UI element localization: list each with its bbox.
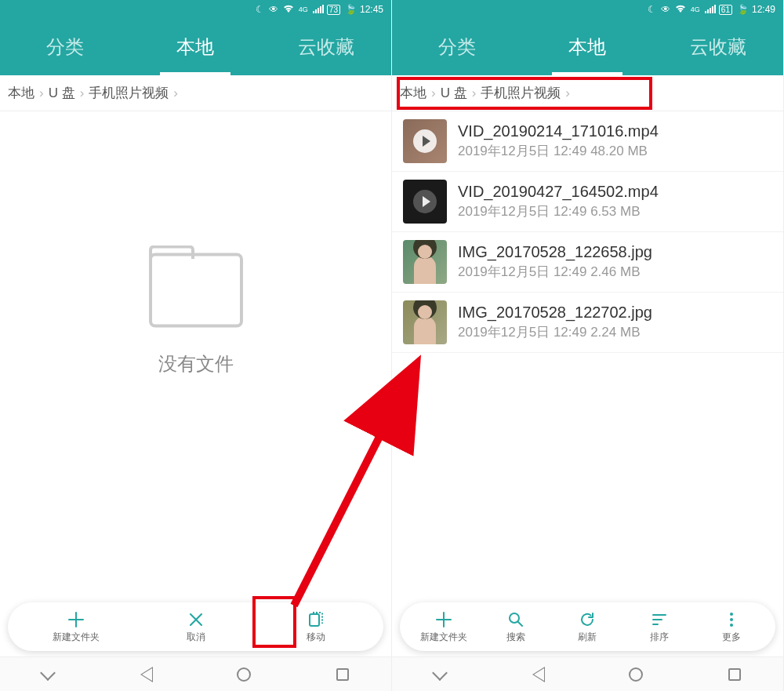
svg-rect-2 (318, 8, 319, 13)
leaf-icon: 🍃 (345, 4, 357, 15)
file-row[interactable]: IMG_20170528_122658.jpg 2019年12月5日 12:49… (392, 232, 783, 293)
status-bar: ☾ 👁 4G 73 🍃 12:45 (0, 0, 391, 19)
sort-button[interactable]: 排序 (623, 610, 695, 644)
nav-home-icon[interactable] (237, 667, 251, 682)
svg-rect-6 (705, 11, 706, 13)
chevron-right-icon: › (431, 85, 436, 101)
svg-rect-10 (714, 5, 716, 13)
crumb-2[interactable]: 手机照片视频 (481, 84, 561, 102)
tool-label: 新建文件夹 (420, 631, 467, 644)
more-icon (723, 610, 740, 629)
file-info: VID_20190214_171016.mp4 2019年12月5日 12:49… (458, 122, 772, 160)
tab-category[interactable]: 分类 (392, 19, 522, 75)
tool-label: 更多 (722, 631, 741, 644)
eye-icon: 👁 (269, 4, 278, 15)
file-list: VID_20190214_171016.mp4 2019年12月5日 12:49… (392, 111, 783, 353)
file-meta: 2019年12月5日 12:49 48.20 MB (458, 142, 772, 160)
svg-rect-0 (313, 11, 314, 13)
move-button[interactable]: 移动 (256, 610, 376, 644)
file-row[interactable]: VID_20190214_171016.mp4 2019年12月5日 12:49… (392, 111, 783, 172)
chevron-right-icon: › (39, 85, 44, 101)
nav-recents-icon[interactable] (728, 668, 741, 681)
video-thumbnail (403, 180, 447, 224)
svg-rect-5 (310, 614, 319, 626)
crumb-0[interactable]: 本地 (8, 84, 34, 102)
breadcrumb[interactable]: 本地 › U 盘 › 手机照片视频 › (0, 75, 391, 111)
clock-text: 12:49 (752, 4, 775, 15)
file-name: IMG_20170528_122658.jpg (458, 243, 772, 261)
svg-rect-3 (320, 6, 321, 13)
bottom-toolbar: 新建文件夹 取消 移动 (8, 602, 383, 651)
breadcrumb[interactable]: 本地 › U 盘 › 手机照片视频 › (392, 75, 783, 111)
nav-home-icon[interactable] (629, 667, 643, 682)
tool-label: 移动 (307, 631, 325, 644)
nav-dropdown-icon[interactable] (42, 671, 53, 678)
clock-text: 12:45 (360, 4, 383, 15)
network-4g-icon: 4G (691, 5, 700, 13)
top-tabs: 分类 本地 云收藏 (392, 19, 783, 75)
eye-icon: 👁 (661, 4, 670, 15)
new-folder-button[interactable]: 新建文件夹 (408, 610, 480, 644)
file-meta: 2019年12月5日 12:49 6.53 MB (458, 202, 772, 220)
svg-rect-4 (322, 5, 324, 13)
nav-recents-icon[interactable] (336, 668, 349, 681)
move-icon (307, 610, 325, 629)
tab-cloud[interactable]: 云收藏 (261, 19, 391, 75)
nav-dropdown-icon[interactable] (434, 671, 445, 678)
video-thumbnail (403, 119, 447, 163)
file-meta: 2019年12月5日 12:49 2.24 MB (458, 323, 772, 341)
tool-label: 搜索 (506, 631, 525, 644)
more-button[interactable]: 更多 (695, 610, 768, 644)
svg-rect-8 (710, 8, 711, 13)
svg-rect-7 (707, 9, 709, 13)
tab-local[interactable]: 本地 (522, 19, 652, 75)
svg-point-12 (730, 613, 733, 616)
wifi-icon (675, 4, 686, 16)
crumb-1[interactable]: U 盘 (49, 84, 75, 102)
nav-back-icon[interactable] (139, 667, 151, 682)
tab-cloud[interactable]: 云收藏 (653, 19, 783, 75)
svg-rect-1 (315, 9, 317, 13)
tab-local[interactable]: 本地 (130, 19, 260, 75)
image-thumbnail (403, 240, 447, 284)
file-name: VID_20190214_171016.mp4 (458, 122, 772, 140)
svg-point-13 (730, 618, 733, 621)
cancel-button[interactable]: 取消 (136, 610, 256, 644)
chevron-right-icon: › (173, 85, 178, 101)
file-name: IMG_20170528_122702.jpg (458, 304, 772, 322)
x-icon (187, 610, 205, 629)
chevron-right-icon: › (80, 85, 85, 101)
folder-icon (149, 253, 243, 327)
file-info: VID_20190427_164502.mp4 2019年12月5日 12:49… (458, 183, 772, 220)
tool-label: 刷新 (578, 631, 597, 644)
tool-label: 新建文件夹 (53, 631, 100, 644)
sort-icon (651, 610, 668, 629)
refresh-button[interactable]: 刷新 (552, 610, 624, 644)
file-info: IMG_20170528_122658.jpg 2019年12月5日 12:49… (458, 243, 772, 281)
chevron-right-icon: › (565, 85, 570, 101)
wifi-icon (283, 4, 294, 16)
battery-icon: 73 (327, 5, 340, 15)
nav-back-icon[interactable] (531, 667, 543, 682)
system-nav-bar (0, 656, 391, 691)
tool-label: 排序 (650, 631, 669, 644)
battery-icon: 61 (719, 5, 732, 15)
file-row[interactable]: IMG_20170528_122702.jpg 2019年12月5日 12:49… (392, 293, 783, 353)
crumb-0[interactable]: 本地 (400, 84, 426, 102)
file-name: VID_20190427_164502.mp4 (458, 183, 772, 201)
crumb-1[interactable]: U 盘 (441, 84, 467, 102)
network-4g-icon: 4G (299, 5, 308, 13)
play-icon (413, 129, 437, 153)
empty-state: 没有文件 (149, 253, 243, 376)
crumb-2[interactable]: 手机照片视频 (89, 84, 169, 102)
search-button[interactable]: 搜索 (480, 610, 552, 644)
empty-text: 没有文件 (149, 351, 243, 376)
svg-rect-9 (712, 6, 713, 13)
new-folder-button[interactable]: 新建文件夹 (16, 610, 136, 644)
tab-category[interactable]: 分类 (0, 19, 130, 75)
svg-point-11 (510, 613, 519, 623)
plus-icon (435, 610, 452, 629)
play-icon (413, 190, 437, 213)
file-row[interactable]: VID_20190427_164502.mp4 2019年12月5日 12:49… (392, 172, 783, 232)
right-screenshot: ☾ 👁 4G 61 🍃 12:49 分类 本地 云收藏 本地 › U 盘 › 手… (392, 0, 784, 691)
